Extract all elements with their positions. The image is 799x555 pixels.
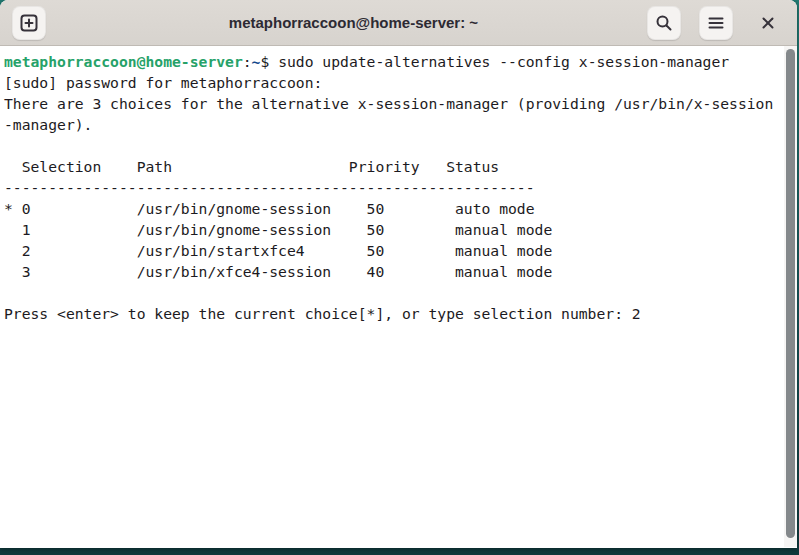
command-text: sudo update-alternatives --config x-sess…: [278, 53, 729, 70]
close-button[interactable]: [751, 6, 785, 40]
menu-button[interactable]: [699, 6, 733, 40]
new-tab-button[interactable]: [12, 6, 46, 40]
prompt-colon: :: [243, 53, 252, 70]
search-icon: [654, 13, 674, 33]
prompt-user-host: metaphorraccoon@home-server: [4, 53, 243, 70]
titlebar-actions: [647, 6, 785, 40]
scrollbar-thumb[interactable]: [786, 49, 795, 538]
window-title: metaphorraccoon@home-server: ~: [50, 0, 657, 45]
new-tab-icon: [19, 13, 39, 33]
close-icon: [759, 14, 777, 32]
scrollbar[interactable]: [784, 46, 797, 547]
desktop-background: metaphorraccoon@home-server: ~: [0, 0, 799, 555]
hamburger-menu-icon: [706, 13, 726, 33]
terminal-viewport[interactable]: metaphorraccoon@home-server:~$ sudo upda…: [0, 46, 797, 547]
prompt-dollar: $: [260, 53, 278, 70]
terminal-window: metaphorraccoon@home-server: ~: [0, 0, 797, 548]
terminal-output: metaphorraccoon@home-server:~$ sudo upda…: [4, 51, 780, 324]
terminal-body-text: [sudo] password for metaphorraccoon: The…: [4, 74, 773, 322]
titlebar[interactable]: metaphorraccoon@home-server: ~: [0, 0, 797, 46]
